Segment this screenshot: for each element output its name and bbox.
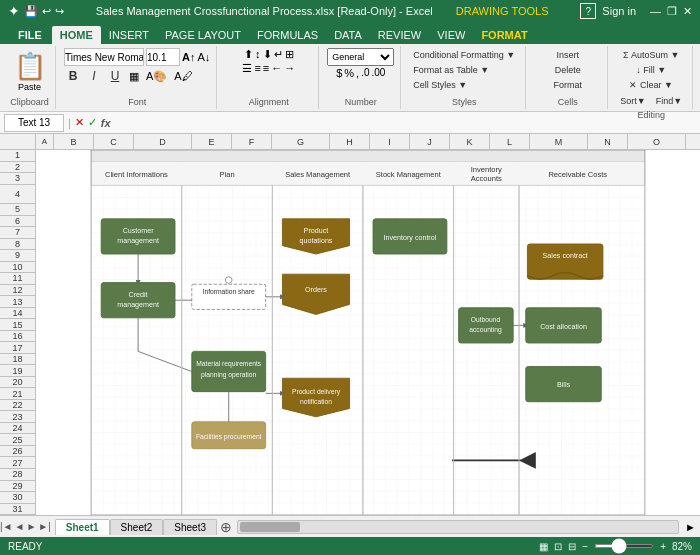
row-8[interactable]: 8 <box>0 239 35 251</box>
decimal-inc-btn[interactable]: .0 <box>361 67 369 79</box>
font-name-input[interactable] <box>64 48 144 66</box>
row-19[interactable]: 19 <box>0 365 35 377</box>
col-G[interactable]: G <box>272 134 330 149</box>
cancel-icon[interactable]: ✕ <box>75 116 84 129</box>
quick-save[interactable]: 💾 <box>24 5 38 18</box>
merge-btn[interactable]: ⊞ <box>285 48 294 61</box>
find-select-btn[interactable]: Find▼ <box>652 94 686 108</box>
col-K[interactable]: K <box>450 134 490 149</box>
sheet-nav-prev[interactable]: ◄ <box>15 521 25 532</box>
font-color-btn[interactable]: A🖊 <box>172 69 194 83</box>
percent-btn[interactable]: % <box>344 67 354 79</box>
row-22[interactable]: 22 <box>0 400 35 412</box>
row-16[interactable]: 16 <box>0 331 35 343</box>
sum-btn[interactable]: Σ AutoSum ▼ <box>619 48 684 62</box>
zoom-in-btn[interactable]: + <box>660 541 666 552</box>
wrap-text-btn[interactable]: ↵ <box>274 48 283 61</box>
sheet-nav-next[interactable]: ► <box>26 521 36 532</box>
tab-review[interactable]: REVIEW <box>370 26 429 44</box>
add-sheet-btn[interactable]: ⊕ <box>217 518 235 536</box>
underline-button[interactable]: U <box>106 67 124 85</box>
row-1[interactable]: 1 <box>0 150 35 162</box>
sheet-tab-3[interactable]: Sheet3 <box>163 519 217 535</box>
font-size-input[interactable] <box>146 48 180 66</box>
tab-file[interactable]: FILE <box>8 26 52 44</box>
align-top-btn[interactable]: ⬆ <box>244 48 253 61</box>
normal-view-btn[interactable]: ▦ <box>539 541 548 552</box>
tab-insert[interactable]: INSERT <box>101 26 157 44</box>
h-scrollbar-thumb[interactable] <box>240 522 300 532</box>
sort-filter-btn[interactable]: Sort▼ <box>616 94 649 108</box>
row-29[interactable]: 29 <box>0 481 35 493</box>
row-4[interactable]: 4 <box>0 185 35 205</box>
col-B[interactable]: B <box>54 134 94 149</box>
sheet-tab-2[interactable]: Sheet2 <box>110 519 164 535</box>
page-layout-btn[interactable]: ⊡ <box>554 541 562 552</box>
close-btn[interactable]: ✕ <box>683 5 692 18</box>
font-increase-btn[interactable]: A↑ <box>182 51 195 63</box>
col-E[interactable]: E <box>192 134 232 149</box>
col-D[interactable]: D <box>134 134 192 149</box>
tab-home[interactable]: HOME <box>52 26 101 44</box>
row-15[interactable]: 15 <box>0 319 35 331</box>
minimize-btn[interactable]: — <box>650 5 661 17</box>
conditional-formatting-btn[interactable]: Conditional Formatting ▼ <box>409 48 519 62</box>
format-table-btn[interactable]: Format as Table ▼ <box>409 63 519 77</box>
row-7[interactable]: 7 <box>0 227 35 239</box>
col-P[interactable]: P <box>686 134 700 149</box>
row-9[interactable]: 9 <box>0 250 35 262</box>
row-23[interactable]: 23 <box>0 411 35 423</box>
row-10[interactable]: 10 <box>0 262 35 274</box>
formula-input[interactable] <box>115 114 696 132</box>
zoom-out-btn[interactable]: − <box>582 541 588 552</box>
row-26[interactable]: 26 <box>0 446 35 458</box>
help-btn[interactable]: ? <box>580 3 596 19</box>
align-right-btn[interactable]: ≡ <box>263 62 269 75</box>
select-all-btn[interactable] <box>0 134 36 149</box>
cell-styles-btn[interactable]: Cell Styles ▼ <box>409 78 519 92</box>
row-13[interactable]: 13 <box>0 296 35 308</box>
paste-button[interactable]: 📋 Paste <box>14 51 46 92</box>
undo-btn[interactable]: ↩ <box>42 5 51 18</box>
row-14[interactable]: 14 <box>0 308 35 320</box>
tab-data[interactable]: DATA <box>326 26 370 44</box>
decimal-dec-btn[interactable]: .00 <box>372 67 386 79</box>
scroll-right-btn[interactable]: ► <box>681 521 700 533</box>
number-format-select[interactable]: General <box>327 48 394 66</box>
row-20[interactable]: 20 <box>0 377 35 389</box>
row-2[interactable]: 2 <box>0 162 35 174</box>
col-A[interactable]: A <box>36 134 54 149</box>
comma-btn[interactable]: , <box>356 67 359 79</box>
row-28[interactable]: 28 <box>0 469 35 481</box>
row-11[interactable]: 11 <box>0 273 35 285</box>
col-M[interactable]: M <box>530 134 588 149</box>
delete-cells-btn[interactable]: Delete <box>551 63 585 77</box>
format-cells-btn[interactable]: Format <box>549 78 586 92</box>
sheet-tab-1[interactable]: Sheet1 <box>55 519 110 535</box>
row-17[interactable]: 17 <box>0 342 35 354</box>
fx-icon[interactable]: fx <box>101 117 111 129</box>
tab-format[interactable]: FORMAT <box>473 26 535 44</box>
indent-more-btn[interactable]: → <box>284 62 295 75</box>
row-21[interactable]: 21 <box>0 388 35 400</box>
row-3[interactable]: 3 <box>0 173 35 185</box>
sheet-nav-last[interactable]: ►| <box>38 521 51 532</box>
tab-page-layout[interactable]: PAGE LAYOUT <box>157 26 249 44</box>
row-12[interactable]: 12 <box>0 285 35 297</box>
indent-less-btn[interactable]: ← <box>271 62 282 75</box>
row-5[interactable]: 5 <box>0 204 35 216</box>
row-30[interactable]: 30 <box>0 492 35 504</box>
align-left-btn[interactable]: ☰ <box>242 62 252 75</box>
bold-button[interactable]: B <box>64 67 82 85</box>
row-18[interactable]: 18 <box>0 354 35 366</box>
insert-cells-btn[interactable]: Insert <box>552 48 583 62</box>
tab-formulas[interactable]: FORMULAS <box>249 26 326 44</box>
fill-color-btn[interactable]: A🎨 <box>144 69 169 84</box>
name-box[interactable] <box>4 114 64 132</box>
col-L[interactable]: L <box>490 134 530 149</box>
borders-btn[interactable]: ▦ <box>127 69 141 84</box>
row-25[interactable]: 25 <box>0 434 35 446</box>
signin-label[interactable]: Sign in <box>602 5 636 17</box>
col-C[interactable]: C <box>94 134 134 149</box>
currency-btn[interactable]: $ <box>336 67 342 79</box>
